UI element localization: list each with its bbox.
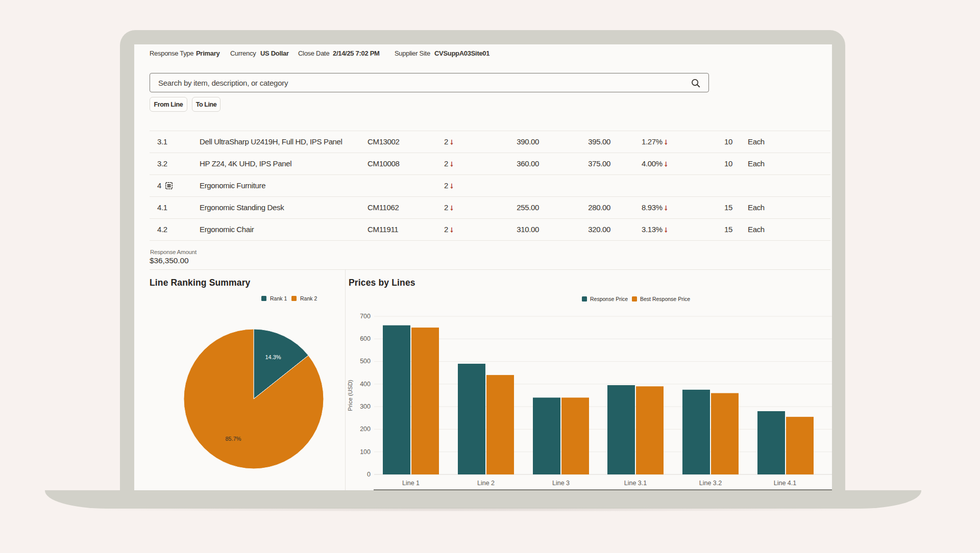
- svg-text:0: 0: [367, 471, 371, 478]
- svg-text:85.7%: 85.7%: [225, 436, 241, 442]
- svg-text:500: 500: [360, 358, 371, 365]
- svg-text:Best Response Price: Best Response Price: [640, 296, 690, 302]
- svg-text:Line 1: Line 1: [402, 480, 420, 487]
- svg-text:700: 700: [360, 313, 371, 320]
- svg-text:Line 3.2: Line 3.2: [699, 480, 722, 487]
- svg-text:Line 3.1: Line 3.1: [624, 480, 647, 487]
- svg-text:Rank 1: Rank 1: [270, 295, 287, 301]
- svg-text:300: 300: [360, 403, 371, 410]
- svg-text:Price (USD): Price (USD): [347, 380, 353, 411]
- svg-text:Line 2: Line 2: [477, 480, 495, 487]
- svg-text:400: 400: [360, 381, 371, 388]
- svg-text:Line 4.1: Line 4.1: [774, 480, 797, 487]
- svg-text:100: 100: [360, 448, 371, 456]
- svg-text:Line 3: Line 3: [552, 480, 570, 487]
- svg-text:Rank 2: Rank 2: [300, 295, 317, 301]
- svg-text:Response Price: Response Price: [590, 296, 628, 302]
- svg-text:600: 600: [360, 335, 371, 342]
- svg-text:200: 200: [360, 425, 371, 433]
- svg-text:14.3%: 14.3%: [265, 354, 281, 360]
